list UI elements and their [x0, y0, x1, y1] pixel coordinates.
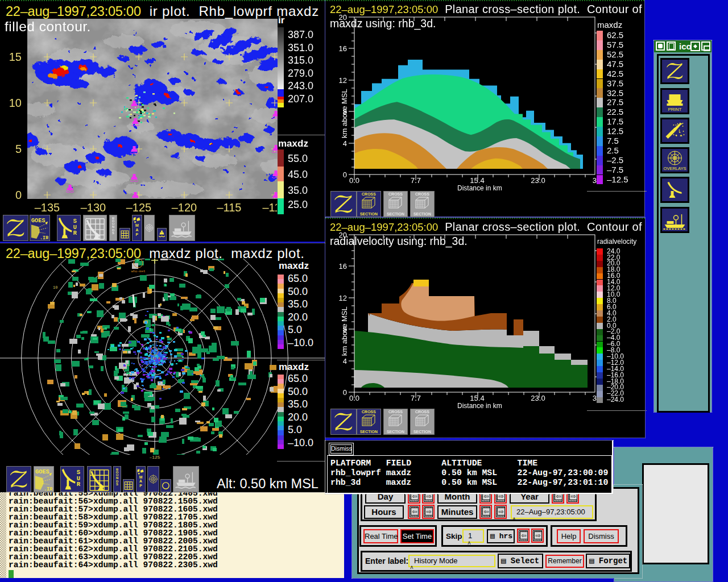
svg-text:PRINT: PRINT: [668, 107, 682, 112]
svg-text:N: N: [116, 476, 118, 480]
svg-text:P: P: [139, 484, 142, 488]
svg-text:R: R: [73, 230, 77, 236]
svg-text:GOES: GOES: [35, 468, 49, 475]
svg-text:A: A: [139, 479, 142, 483]
svg-text:N: N: [112, 225, 114, 228]
svg-text:S: S: [112, 231, 114, 235]
svg-text:who–met: who–met: [131, 269, 145, 273]
svg-text:10: 10: [53, 285, 57, 290]
svg-text:OVERLAYS: OVERLAYS: [664, 166, 686, 171]
svg-text:M: M: [139, 475, 143, 479]
svg-text:S: S: [116, 483, 118, 486]
svg-text:R: R: [77, 481, 81, 488]
svg-text:.IR: .IR: [44, 487, 53, 492]
svg-text:b–12–8: b–12–8: [148, 356, 160, 360]
svg-text:GOES: GOES: [31, 217, 46, 224]
svg-text:.IR: .IR: [40, 235, 49, 240]
svg-text:P: P: [136, 232, 139, 237]
